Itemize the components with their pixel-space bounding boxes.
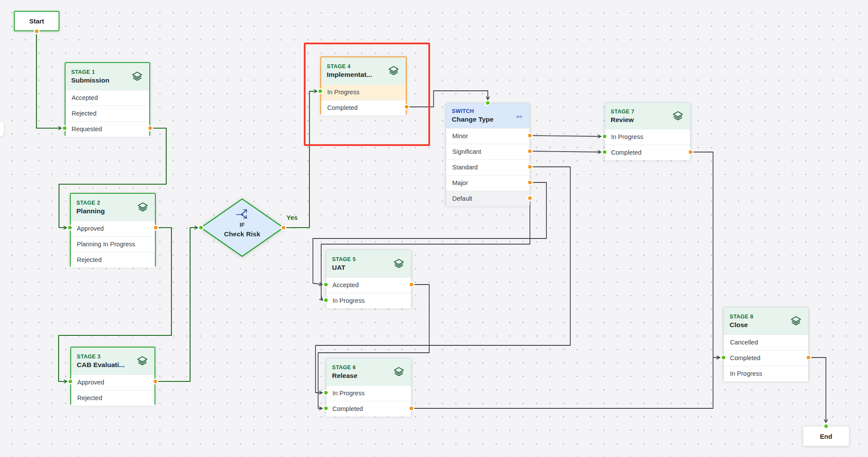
layers-icon bbox=[131, 70, 144, 83]
connector-stage8-completed-to-end[interactable] bbox=[809, 358, 826, 422]
stage8-row-cancelled[interactable]: Cancelled bbox=[724, 334, 808, 350]
switch1-node[interactable]: SWITCH Change Type ⇔MinorSignificantStan… bbox=[446, 103, 530, 206]
stage4-row-in-progress[interactable]: In Progress bbox=[321, 84, 406, 100]
yes-branch-label: Yes bbox=[286, 214, 298, 221]
stage6-node[interactable]: STAGE 6 Release In ProgressCompleted bbox=[326, 358, 411, 416]
decision-kind-label: IF bbox=[240, 222, 245, 228]
switch1-row-standard[interactable]: Standard bbox=[446, 159, 529, 175]
connector-switch-significant-to-stage7-completed[interactable] bbox=[530, 151, 601, 152]
stage7-kind-label: STAGE 7 bbox=[611, 109, 635, 115]
decision-node-check-risk[interactable]: IF Check Risk bbox=[199, 197, 285, 258]
start-node[interactable]: Start bbox=[14, 11, 59, 31]
stage8-node[interactable]: STAGE 8 Close CancelledCompletedIn Progr… bbox=[723, 307, 809, 381]
stage2-node[interactable]: STAGE 2 Planning ApprovedPlanning In Pro… bbox=[70, 193, 156, 267]
connector-start-to-stage1-requested[interactable] bbox=[36, 31, 61, 128]
stage1-row-rejected[interactable]: Rejected bbox=[66, 106, 149, 121]
connector-stage7-completed-to-stage8-completed[interactable] bbox=[690, 152, 720, 358]
stage1-title: Submission bbox=[71, 76, 109, 84]
stage3-node[interactable]: STAGE 3 CAB Evaluati... ApprovedRejected bbox=[70, 347, 155, 405]
stage6-header: STAGE 6 Release bbox=[326, 358, 411, 385]
stage7-header: STAGE 7 Review bbox=[605, 103, 690, 129]
layers-icon bbox=[392, 258, 405, 270]
switch1-row-significant[interactable]: Significant bbox=[446, 144, 529, 159]
stage4-title: Implementat... bbox=[327, 71, 372, 79]
stage2-row-approved[interactable]: Approved bbox=[71, 221, 155, 236]
stage8-row-completed[interactable]: Completed bbox=[724, 350, 808, 366]
stage1-node[interactable]: STAGE 1 Submission AcceptedRejectedReque… bbox=[65, 62, 150, 136]
stage5-node[interactable]: STAGE 5 UAT AcceptedIn Progress bbox=[326, 250, 411, 308]
stage1-row-accepted[interactable]: Accepted bbox=[66, 90, 149, 106]
stage5-row-in-progress[interactable]: In Progress bbox=[326, 293, 411, 308]
layers-icon bbox=[136, 201, 149, 213]
switch1-header: SWITCH Change Type ⇔ bbox=[446, 103, 529, 128]
stage8-title: Close bbox=[730, 321, 753, 329]
switch1-kind-label: SWITCH bbox=[452, 108, 493, 114]
connector-stage6-completed-to-stage8-completed[interactable] bbox=[411, 358, 720, 408]
stage6-title: Release bbox=[332, 372, 358, 380]
stage8-row-in-progress[interactable]: In Progress bbox=[724, 366, 808, 381]
stage5-header: STAGE 5 UAT bbox=[326, 250, 411, 277]
stage3-title: CAB Evaluati... bbox=[77, 361, 125, 369]
stage3-kind-label: STAGE 3 bbox=[77, 354, 125, 360]
switch1-row-major[interactable]: Major bbox=[446, 175, 529, 191]
side-panel-handle[interactable] bbox=[0, 122, 4, 136]
stage3-row-rejected[interactable]: Rejected bbox=[71, 390, 155, 406]
stage3-row-approved[interactable]: Approved bbox=[71, 374, 155, 390]
stage7-title: Review bbox=[611, 116, 635, 124]
start-label: Start bbox=[29, 17, 44, 25]
stage5-title: UAT bbox=[332, 264, 356, 272]
stage7-node[interactable]: STAGE 7 Review In ProgressCompleted bbox=[605, 103, 690, 160]
layers-icon bbox=[392, 366, 405, 378]
stage5-kind-label: STAGE 5 bbox=[332, 256, 356, 262]
stage8-header: STAGE 8 Close bbox=[724, 308, 808, 334]
stage2-title: Planning bbox=[76, 207, 105, 215]
end-label: End bbox=[820, 433, 832, 440]
switch1-row-minor[interactable]: Minor bbox=[446, 128, 529, 144]
layers-icon bbox=[387, 65, 400, 77]
stage2-kind-label: STAGE 2 bbox=[76, 200, 105, 206]
stage8-kind-label: STAGE 8 bbox=[730, 314, 753, 320]
stage7-row-in-progress[interactable]: In Progress bbox=[605, 129, 690, 145]
stage6-row-in-progress[interactable]: In Progress bbox=[326, 385, 411, 401]
stage5-row-accepted[interactable]: Accepted bbox=[326, 277, 411, 293]
stage1-header: STAGE 1 Submission bbox=[66, 63, 149, 90]
stage4-row-completed[interactable]: Completed bbox=[321, 100, 406, 116]
stage6-kind-label: STAGE 6 bbox=[332, 364, 358, 371]
connector-stage3-approved-to-if[interactable] bbox=[155, 228, 197, 381]
stage3-header: STAGE 3 CAB Evaluati... bbox=[71, 348, 155, 374]
stage2-header: STAGE 2 Planning bbox=[71, 194, 155, 221]
stage2-row-planning-in-progress[interactable]: Planning In Progress bbox=[71, 236, 155, 252]
decision-title: Check Risk bbox=[224, 230, 260, 238]
stage4-kind-label: STAGE 4 bbox=[327, 63, 372, 70]
layers-icon bbox=[671, 110, 684, 122]
connector-switch-minor-to-stage7-inprogress[interactable] bbox=[530, 136, 601, 136]
stage1-kind-label: STAGE 1 bbox=[71, 69, 109, 75]
end-node[interactable]: End bbox=[803, 426, 849, 446]
stage2-row-rejected[interactable]: Rejected bbox=[71, 252, 155, 268]
stage1-row-requested[interactable]: Requested bbox=[66, 121, 149, 137]
stage7-row-completed[interactable]: Completed bbox=[605, 145, 690, 160]
layers-icon bbox=[136, 355, 149, 367]
switch1-title: Change Type bbox=[452, 116, 493, 123]
stage4-header: STAGE 4 Implementat... bbox=[321, 57, 406, 84]
diagram-canvas[interactable]: Start STAGE 1 Submission AcceptedRejecte… bbox=[0, 0, 868, 457]
layers-icon bbox=[789, 315, 802, 327]
stage6-row-completed[interactable]: Completed bbox=[326, 401, 411, 417]
stage4-node[interactable]: STAGE 4 Implementat... In ProgressComple… bbox=[320, 56, 407, 115]
switch1-row-default[interactable]: Default bbox=[446, 191, 529, 206]
swap-arrows-icon: ⇔ bbox=[515, 111, 524, 120]
